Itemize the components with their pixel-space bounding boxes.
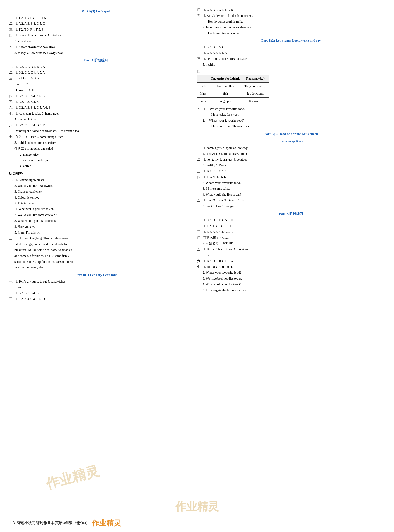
answer-line: 五、1. flower brown cow now How	[9, 44, 183, 50]
answer-line: 5. Mum, I'm thirsty.	[9, 230, 183, 235]
answer-line: 三、 Hi! I'm Dongdong. This is today's men…	[9, 236, 183, 241]
answer-line: 一、1. hamburgers 2. apples 3. hot dogs	[197, 145, 385, 151]
answer-line: 四、1. I don't like fish.	[197, 175, 385, 180]
section2-answers: 一、1. C 2. C 3. B 4. B 5. A 二、1. B 2. C 3…	[9, 64, 183, 169]
table-cell: They are healthy.	[242, 83, 269, 90]
section2-end: 五、1. —What's your favourite food? —I lov…	[197, 106, 385, 129]
answer-line: 任务二：1. noodles and salad	[9, 146, 183, 151]
answer-line: healthy food every day.	[9, 265, 183, 270]
table-header: Reason(原因)	[242, 75, 269, 83]
answer-line: 三、1. B 2. C 3. C 4. C	[197, 169, 385, 174]
audio-title: 听力材料	[9, 171, 183, 177]
answer-line: 3. What would you like to drink?	[9, 218, 183, 224]
answer-line: 不可数名词：DEFHIK	[197, 241, 385, 246]
answer-line: —I love tomatoes. They're fresh.	[197, 124, 385, 129]
answer-line: 5. healthy 6. Pears	[197, 163, 385, 168]
answer-line: 八、1. B 2. C 3. E 4. D 5. F	[9, 123, 183, 128]
answer-line: 一、1. T 2. T 3. F 4. T 5. T 6. F	[9, 16, 183, 21]
footer-page-number: 113	[9, 521, 15, 525]
section4-title-right: Part B 阶段练习	[197, 211, 385, 217]
table-cell: It's delicious.	[242, 90, 269, 98]
section2-title: Part A 阶段练习	[9, 57, 183, 63]
answer-line: 3. I'd like some salad.	[197, 186, 385, 192]
answer-line: 三、1. delicious 2. hot 3. fresh 4. sweet	[197, 56, 385, 62]
answer-line: 5. don't 6. like 7. oranges	[197, 204, 385, 209]
table-section: 四、 Favourite food/drink Reason(原因) Jack …	[197, 69, 385, 105]
answer-line: 2. snowy yellow window slowly snow	[9, 50, 183, 56]
answer-line: 四、1. C 2. D 3. A 4. E 5. B	[197, 7, 385, 13]
answer-line: 2. What's your favourite food?	[197, 270, 385, 276]
answer-line: 一、1. Tom's 2. your 3. to eat 4. sandwich…	[9, 279, 183, 284]
answer-line: 5. healthy	[197, 62, 385, 68]
answer-line: 3. a chicken hamburger	[9, 157, 183, 163]
answer-line: 3. I have a red flower.	[9, 189, 183, 194]
table-cell: beef noodles	[209, 83, 242, 90]
answer-line: 4. Here you are.	[9, 224, 183, 229]
answer-line: 十、任务一：1. rice 2. some mango juice	[9, 134, 183, 140]
answer-line: 九、hamburger；salad；sandwiches；ice cream；t…	[9, 128, 183, 134]
table-cell: orange juice	[209, 97, 242, 105]
table-label: 四、	[197, 69, 385, 74]
answer-line: 5. slow down	[9, 39, 183, 44]
answer-line: 三、1. E 2. A 3. C 4. B 5. D	[9, 296, 183, 302]
answer-line: 4. What would you like to eat?	[197, 282, 385, 287]
footer-book-info: 夺冠小状元 课时作业本 英语 5年级 上册(RJ)	[17, 521, 87, 525]
answer-line: 5. are	[9, 285, 183, 290]
answer-line: 2. Would you like a sandwich?	[9, 183, 183, 188]
answer-line: His favourite drink is tea.	[197, 31, 385, 36]
section1-title: Part A(3) Let's spell	[9, 9, 183, 15]
answer-line: 四、1. B 2. C 3. A 4. A 5. B	[9, 94, 183, 99]
answer-line: 一、1. C 2. C 3. B 4. B 5. A	[9, 64, 183, 70]
answer-line: 二、1. B 2. B 3. A 4. C	[9, 290, 183, 296]
footer-logo: 作业精灵	[92, 518, 121, 528]
section2-title-right: Part B(2) Let's learn Look, write and sa…	[197, 38, 385, 44]
table-cell: John	[197, 97, 209, 105]
answer-line: 5. This is a cow.	[9, 201, 183, 206]
answer-line: 2. —What's your favourite food?	[197, 118, 385, 123]
audio-content: 一、1. A hamburger, please. 2. Would you l…	[9, 177, 183, 270]
answer-line: 三、1. B 2. A 3. A 4. C 5. B	[197, 229, 385, 235]
right-section1-answers: 四、1. C 2. D 3. A 4. E 5. B 五、1. Amy's fa…	[197, 7, 385, 36]
answer-line: 3. a chicken hamburger 4. coffee	[9, 140, 183, 146]
answer-line: Dinner：F G H	[9, 88, 183, 93]
section3-title-right: Part B(3) Read and write Let's check	[197, 131, 385, 137]
answer-line: 五、1. —What's your favourite food?	[197, 106, 385, 112]
table-header: Favourite food/drink	[209, 75, 242, 83]
table-header	[197, 75, 209, 83]
answer-line: 4. sandwich 5. tea	[9, 117, 183, 122]
answer-line: 二、1. A 2. A 3. B 4. C 5. C	[9, 21, 183, 26]
answer-line: and some tea for lunch. I'd like some fi…	[9, 253, 183, 259]
answer-line: 4. sandwiches 5. tomatoes 6. onions	[197, 151, 385, 157]
table-row: Mary fish It's delicious.	[197, 90, 269, 98]
section3-subtitle-right: Let's wrap it up	[197, 139, 385, 144]
answer-line: 二、1. B 2. C 3. C 4. A 5. A	[9, 70, 183, 75]
answer-line: Lunch：C I E	[9, 82, 183, 87]
answer-line: 5. had	[197, 253, 385, 258]
answer-line: 二、1. C 2. A 3. B 4. A	[197, 50, 385, 56]
answer-line: 五、1. Amy's favourite food is hamburgers.	[197, 13, 385, 19]
table-cell: fish	[209, 90, 242, 98]
food-table: Favourite food/drink Reason(原因) Jack bee…	[197, 75, 269, 105]
right-section2-answers: 一、1. C 2. B 3. A 4. C 二、1. C 2. A 3. B 4…	[197, 44, 385, 67]
left-column: Part A(3) Let's spell 一、1. T 2. T 3. F 4…	[9, 7, 190, 525]
right-column: 四、1. C 2. D 3. A 4. E 5. B 五、1. Amy's fa…	[190, 7, 385, 525]
answer-line: 二、1. her 2. my 3. oranges 4. potatoes	[197, 157, 385, 162]
answer-line: 4. Colour it yellow.	[9, 195, 183, 200]
answer-line: 五、1. Tom's 2. his 3. to eat 4. tomatoes	[197, 247, 385, 252]
answer-line: 5. I like vegetables but not carrots.	[197, 288, 385, 293]
answer-line: 二、1. What would you like to eat?	[9, 206, 183, 212]
answer-line: 六、1. B 2. B 3. B 4. C 5. A	[197, 259, 385, 264]
answer-line: 一、1. C 2. B 3. C 4. A 5. C	[197, 218, 385, 223]
answer-line: —I love cake. It's sweet.	[197, 112, 385, 117]
footer: 113 夺冠小状元 课时作业本 英语 5年级 上册(RJ) 作业精灵	[0, 514, 394, 532]
table-row: John orange juice It's sweet.	[197, 97, 269, 105]
page-container: Part A(3) Let's spell 一、1. T 2. T 3. F 4…	[0, 0, 394, 532]
answer-line: 七、1. ice cream 2. salad 3. hamburger	[9, 111, 183, 116]
answer-line: 二、1. T 2. T 3. F 4. T 5. F	[197, 224, 385, 229]
table-cell: It's sweet.	[242, 97, 269, 105]
answer-line: 三、Breakfast：A B D	[9, 76, 183, 81]
section3-answers: 一、1. Tom's 2. your 3. to eat 4. sandwich…	[9, 279, 183, 302]
table-cell: Mary	[197, 90, 209, 98]
answer-line: 2. mango juice	[9, 152, 183, 157]
answer-line: salad and some soup for dinner. We shoul…	[9, 259, 183, 265]
